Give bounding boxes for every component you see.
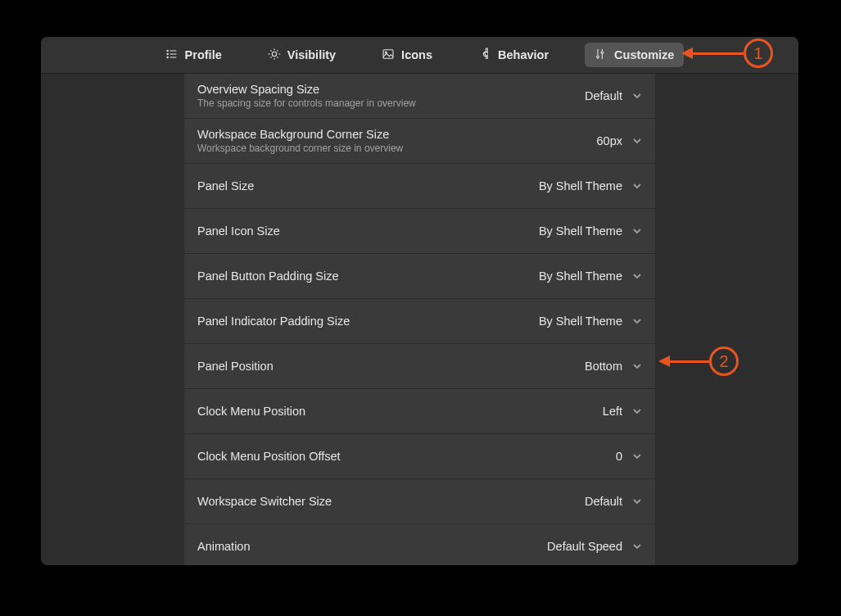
setting-title-col: Panel Position — [197, 360, 572, 373]
list-icon — [165, 48, 179, 63]
setting-title-col: Panel Size — [197, 179, 526, 192]
tab-behavior[interactable]: Behavior — [468, 43, 558, 68]
setting-title: Animation — [197, 540, 534, 553]
setting-title-col: Clock Menu Position Offset — [197, 450, 603, 463]
setting-title-col: Panel Button Padding Size — [197, 270, 526, 283]
svg-point-5 — [167, 57, 168, 57]
setting-title: Panel Button Padding Size — [197, 270, 526, 283]
tab-label: Profile — [185, 49, 222, 61]
svg-line-14 — [277, 50, 278, 51]
left-gutter — [41, 74, 184, 565]
setting-title-col: Overview Spacing Size The spacing size f… — [197, 83, 572, 109]
svg-rect-15 — [383, 49, 393, 58]
setting-title: Workspace Switcher Size — [197, 495, 572, 508]
setting-value: Left — [603, 405, 622, 418]
setting-title-col: Clock Menu Position — [197, 405, 590, 418]
setting-title-col: Workspace Background Corner Size Workspa… — [197, 128, 584, 154]
setting-row-clock-menu-position-offset[interactable]: Clock Menu Position Offset 0 — [184, 434, 655, 479]
setting-value: By Shell Theme — [539, 179, 622, 192]
setting-value: Default — [585, 89, 622, 102]
sun-icon — [268, 48, 281, 63]
setting-value: Bottom — [585, 360, 622, 373]
setting-value: 0 — [616, 450, 622, 463]
setting-value: Default Speed — [547, 540, 622, 553]
setting-value: 60px — [597, 134, 622, 147]
tab-bar: Profile Visibility Icons Behavior — [41, 37, 798, 74]
chevron-down-icon — [632, 361, 642, 371]
setting-value: Default — [585, 495, 622, 508]
setting-row-workspace-background-corner-size[interactable]: Workspace Background Corner Size Workspa… — [184, 119, 655, 164]
setting-title: Workspace Background Corner Size — [197, 128, 584, 141]
stage: Profile Visibility Icons Behavior — [0, 0, 841, 616]
settings-list: Overview Spacing Size The spacing size f… — [184, 74, 655, 565]
tab-label: Icons — [401, 49, 432, 61]
setting-title-col: Panel Indicator Padding Size — [197, 315, 526, 328]
chevron-down-icon — [632, 406, 642, 416]
setting-description: Workspace background corner size in over… — [197, 143, 584, 154]
tab-icons[interactable]: Icons — [372, 43, 442, 68]
chevron-down-icon — [632, 91, 642, 101]
setting-title-col: Animation — [197, 540, 534, 553]
setting-value: By Shell Theme — [539, 315, 622, 328]
setting-title: Panel Icon Size — [197, 224, 526, 238]
setting-value: By Shell Theme — [539, 224, 622, 238]
setting-title-col: Panel Icon Size — [197, 224, 526, 238]
chevron-down-icon — [632, 316, 642, 326]
setting-title: Panel Size — [197, 179, 526, 192]
setting-row-panel-position[interactable]: Panel Position Bottom — [184, 344, 655, 389]
setting-row-panel-button-padding-size[interactable]: Panel Button Padding Size By Shell Theme — [184, 254, 655, 299]
tab-label: Behavior — [498, 49, 549, 61]
setting-row-clock-menu-position[interactable]: Clock Menu Position Left — [184, 389, 655, 434]
chevron-down-icon — [632, 451, 642, 461]
chevron-down-icon — [632, 136, 642, 146]
image-icon — [382, 48, 395, 63]
setting-row-panel-size[interactable]: Panel Size By Shell Theme — [184, 164, 655, 209]
svg-line-12 — [277, 57, 278, 57]
svg-point-17 — [597, 56, 599, 58]
tab-customize[interactable]: Customize — [585, 43, 684, 68]
setting-row-animation[interactable]: Animation Default Speed — [184, 524, 655, 565]
settings-window: Profile Visibility Icons Behavior — [41, 37, 798, 565]
setting-row-overview-spacing-size[interactable]: Overview Spacing Size The spacing size f… — [184, 74, 655, 119]
svg-line-11 — [270, 50, 271, 51]
setting-title: Clock Menu Position Offset — [197, 450, 603, 463]
setting-title: Overview Spacing Size — [197, 83, 572, 96]
setting-description: The spacing size for controls manager in… — [197, 97, 572, 109]
svg-point-6 — [272, 52, 276, 56]
setting-title: Panel Indicator Padding Size — [197, 315, 526, 328]
chevron-down-icon — [632, 496, 642, 506]
wrench-icon — [478, 48, 491, 63]
setting-title-col: Workspace Switcher Size — [197, 495, 572, 508]
chevron-down-icon — [632, 226, 642, 236]
chevron-down-icon — [632, 181, 642, 191]
tab-label: Customize — [614, 49, 674, 61]
svg-point-18 — [601, 51, 604, 53]
svg-point-3 — [167, 50, 168, 51]
slider-icon — [595, 48, 608, 63]
chevron-down-icon — [632, 271, 642, 281]
tab-profile[interactable]: Profile — [156, 43, 232, 68]
setting-row-panel-indicator-padding-size[interactable]: Panel Indicator Padding Size By Shell Th… — [184, 299, 655, 344]
setting-title: Clock Menu Position — [197, 405, 590, 418]
tab-label: Visibility — [287, 49, 336, 61]
setting-title: Panel Position — [197, 360, 572, 373]
window-body: Overview Spacing Size The spacing size f… — [41, 74, 798, 565]
setting-row-panel-icon-size[interactable]: Panel Icon Size By Shell Theme — [184, 209, 655, 254]
setting-row-workspace-switcher-size[interactable]: Workspace Switcher Size Default — [184, 479, 655, 524]
tab-visibility[interactable]: Visibility — [258, 43, 346, 68]
chevron-down-icon — [632, 541, 642, 551]
svg-point-4 — [167, 53, 168, 54]
right-gutter — [655, 74, 798, 565]
svg-line-13 — [270, 57, 271, 57]
setting-value: By Shell Theme — [539, 270, 622, 283]
